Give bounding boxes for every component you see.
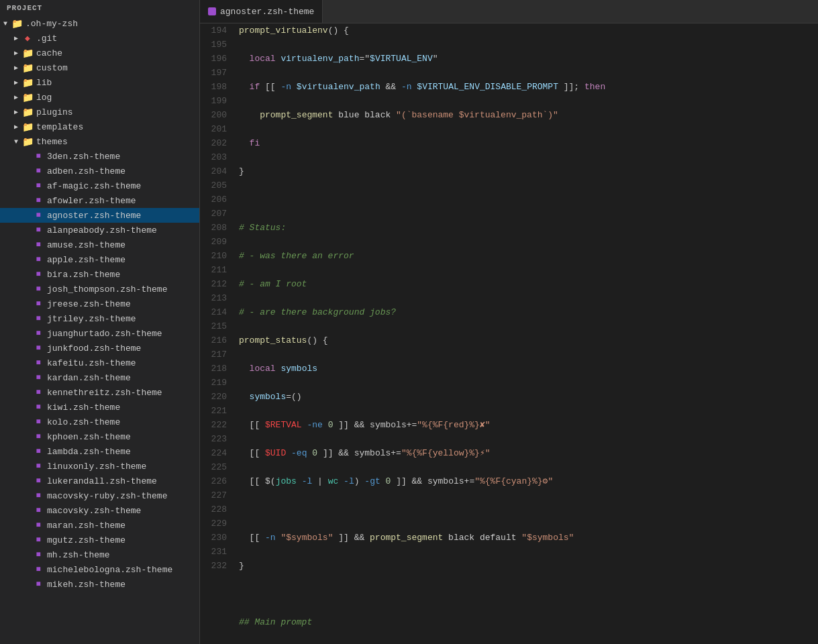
sidebar-item-michelebologna[interactable]: ■ michelebologna.zsh-theme	[0, 562, 199, 577]
file-label-jtriley: jtriley.zsh-theme	[47, 314, 136, 324]
file-label-maran: maran.zsh-theme	[47, 521, 125, 531]
sidebar-header: Project	[0, 0, 199, 16]
sidebar-item-afowler[interactable]: ■ afowler.zsh-theme	[0, 193, 199, 208]
sidebar-item-macovsky[interactable]: ■ macovsky.zsh-theme	[0, 503, 199, 518]
sidebar-item-maran[interactable]: ■ maran.zsh-theme	[0, 518, 199, 533]
file-icon-macovsky: ■	[32, 506, 44, 515]
cache-arrow: ▶	[11, 49, 21, 57]
file-icon-3den: ■	[32, 152, 44, 161]
file-label-kafeitu: kafeitu.zsh-theme	[47, 358, 136, 368]
file-icon-kiwi: ■	[32, 402, 44, 412]
sidebar-item-kardan[interactable]: ■ kardan.zsh-theme	[0, 370, 199, 385]
custom-arrow: ▶	[11, 64, 21, 72]
file-icon-adben: ■	[32, 166, 44, 176]
cache-folder-icon: 📁	[21, 48, 34, 59]
file-icon-apple: ■	[32, 255, 44, 264]
sidebar-item-kolo[interactable]: ■ kolo.zsh-theme	[0, 415, 199, 429]
sidebar-item-kafeitu[interactable]: ■ kafeitu.zsh-theme	[0, 356, 199, 370]
sidebar-item-mikeh[interactable]: ■ mikeh.zsh-theme	[0, 577, 199, 592]
code-line-207: symbols=()	[239, 390, 818, 404]
file-label-adben: adben.zsh-theme	[47, 166, 125, 176]
file-icon-kafeitu: ■	[32, 358, 44, 368]
sidebar-item-mh[interactable]: ■ mh.zsh-theme	[0, 547, 199, 562]
file-label-kolo: kolo.zsh-theme	[47, 417, 120, 427]
code-line-208: [[ $RETVAL -ne 0 ]] && symbols+="%{%F{re…	[239, 418, 818, 432]
file-explorer: Project ▼ 📁 .oh-my-zsh ▶ ◆ .git ▶ 📁 cach…	[0, 0, 200, 644]
sidebar-item-kennethreitz[interactable]: ■ kennethreitz.zsh-theme	[0, 385, 199, 400]
code-line-197: prompt_segment blue black "(`basename $v…	[239, 108, 818, 122]
code-editor: agnoster.zsh-theme 194 195 196 197 198 1…	[200, 0, 818, 644]
file-label-macovsky: macovsky.zsh-theme	[47, 506, 141, 516]
sidebar-item-lambda[interactable]: ■ lambda.zsh-theme	[0, 444, 199, 459]
sidebar-item-themes[interactable]: ▼ 📁 themes	[0, 134, 199, 149]
code-line-195: local virtualenv_path="$VIRTUAL_ENV"	[239, 52, 818, 66]
sidebar-item-lib[interactable]: ▶ 📁 lib	[0, 75, 199, 90]
file-icon-mh: ■	[32, 550, 44, 559]
file-icon-jreese: ■	[32, 299, 44, 309]
file-label-af-magic: af-magic.zsh-theme	[47, 181, 141, 191]
root-label: .oh-my-zsh	[25, 19, 78, 29]
sidebar-item-junkfood[interactable]: ■ junkfood.zsh-theme	[0, 341, 199, 356]
sidebar-item-git[interactable]: ▶ ◆ .git	[0, 31, 199, 46]
file-label-kennethreitz: kennethreitz.zsh-theme	[47, 388, 162, 398]
plugins-arrow: ▶	[11, 108, 21, 116]
sidebar-item-custom[interactable]: ▶ 📁 custom	[0, 60, 199, 75]
file-label-kiwi: kiwi.zsh-theme	[47, 402, 120, 413]
file-icon-lambda: ■	[32, 447, 44, 456]
sidebar-item-adben[interactable]: ■ adben.zsh-theme	[0, 164, 199, 178]
file-icon-alanpeabody: ■	[32, 225, 44, 235]
code-content: prompt_virtualenv() { local virtualenv_p…	[234, 23, 818, 644]
sidebar-item-alanpeabody[interactable]: ■ alanpeabody.zsh-theme	[0, 223, 199, 237]
root-arrow: ▼	[0, 20, 11, 28]
code-area[interactable]: 194 195 196 197 198 199 200 201 202 203 …	[200, 23, 818, 644]
file-label-3den: 3den.zsh-theme	[47, 152, 120, 162]
file-icon-kennethreitz: ■	[32, 388, 44, 397]
active-tab[interactable]: agnoster.zsh-theme	[200, 0, 323, 23]
sidebar-item-kphoen[interactable]: ■ kphoen.zsh-theme	[0, 429, 199, 444]
sidebar-item-apple[interactable]: ■ apple.zsh-theme	[0, 252, 199, 267]
code-line-201: # Status:	[239, 221, 818, 235]
sidebar-item-mgutz[interactable]: ■ mgutz.zsh-theme	[0, 533, 199, 547]
code-line-204: # - are there background jobs?	[239, 305, 818, 319]
sidebar-item-templates[interactable]: ▶ 📁 templates	[0, 119, 199, 134]
plugins-folder-icon: 📁	[21, 107, 34, 118]
lib-folder-icon: 📁	[21, 77, 34, 89]
custom-folder-icon: 📁	[21, 62, 34, 74]
sidebar-item-macovsky-ruby[interactable]: ■ macovsky-ruby.zsh-theme	[0, 488, 199, 503]
file-icon-josh: ■	[32, 284, 44, 294]
sidebar-item-3den[interactable]: ■ 3den.zsh-theme	[0, 149, 199, 164]
file-icon-agnoster: ■	[32, 211, 44, 220]
sidebar-item-juanghurtado[interactable]: ■ juanghurtado.zsh-theme	[0, 326, 199, 341]
file-label-alanpeabody: alanpeabody.zsh-theme	[47, 225, 157, 235]
sidebar-item-af-magic[interactable]: ■ af-magic.zsh-theme	[0, 178, 199, 193]
file-label-mikeh: mikeh.zsh-theme	[47, 580, 125, 590]
file-icon-bira: ■	[32, 270, 44, 279]
file-icon-lukerandall: ■	[32, 476, 44, 486]
file-label-michelebologna: michelebologna.zsh-theme	[47, 565, 172, 575]
templates-arrow: ▶	[11, 123, 21, 131]
sidebar-root[interactable]: ▼ 📁 .oh-my-zsh	[0, 16, 199, 31]
sidebar-item-agnoster[interactable]: ■ agnoster.zsh-theme	[0, 208, 199, 223]
sidebar-item-log[interactable]: ▶ 📁 log	[0, 90, 199, 105]
git-icon: ◆	[21, 33, 34, 44]
sidebar-item-lukerandall[interactable]: ■ lukerandall.zsh-theme	[0, 474, 199, 488]
sidebar-item-kiwi[interactable]: ■ kiwi.zsh-theme	[0, 400, 199, 415]
root-folder-icon: 📁	[11, 18, 23, 30]
sidebar-item-linuxonly[interactable]: ■ linuxonly.zsh-theme	[0, 459, 199, 474]
sidebar-item-plugins[interactable]: ▶ 📁 plugins	[0, 105, 199, 119]
sidebar-item-jreese[interactable]: ■ jreese.zsh-theme	[0, 297, 199, 311]
file-label-lambda: lambda.zsh-theme	[47, 447, 131, 457]
sidebar-item-amuse[interactable]: ■ amuse.zsh-theme	[0, 237, 199, 252]
themes-folder-icon: 📁	[21, 136, 34, 148]
lib-arrow: ▶	[11, 78, 21, 87]
file-label-macovsky-ruby: macovsky-ruby.zsh-theme	[47, 491, 167, 501]
sidebar-item-cache[interactable]: ▶ 📁 cache	[0, 46, 199, 60]
file-icon-maran: ■	[32, 521, 44, 530]
sidebar-item-jtriley[interactable]: ■ jtriley.zsh-theme	[0, 311, 199, 326]
sidebar-item-josh[interactable]: ■ josh_thompson.zsh-theme	[0, 282, 199, 297]
code-line-203: # - am I root	[239, 277, 818, 291]
file-label-junkfood: junkfood.zsh-theme	[47, 343, 141, 354]
sidebar-item-bira[interactable]: ■ bira.zsh-theme	[0, 267, 199, 282]
git-arrow: ▶	[11, 34, 21, 42]
log-arrow: ▶	[11, 93, 21, 101]
